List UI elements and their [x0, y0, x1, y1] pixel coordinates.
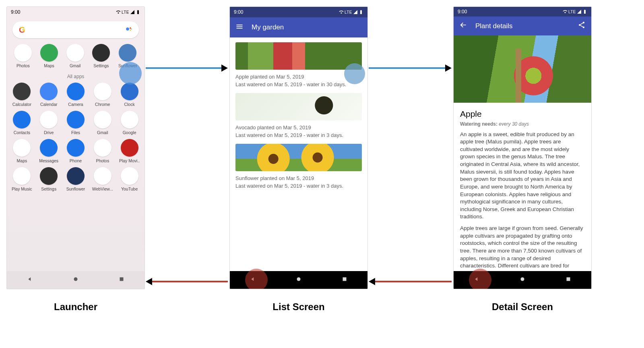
app-label: Calendar — [40, 102, 58, 107]
hamburger-icon[interactable] — [235, 23, 244, 33]
nav-recents-button[interactable] — [565, 276, 572, 284]
nav-recents-button[interactable] — [341, 276, 348, 284]
app-contacts[interactable]: Contacts — [9, 111, 35, 135]
app-bar-title: My garden — [252, 23, 284, 31]
plant-card[interactable]: Sunflower planted on Mar 5, 2019 Last wa… — [235, 144, 362, 189]
plant-image — [235, 93, 362, 120]
svg-point-1 — [130, 27, 131, 29]
app-icon — [121, 83, 138, 100]
plant-card[interactable]: Apple planted on Mar 5, 2019 Last watere… — [235, 42, 362, 87]
app-gmail[interactable]: Gmail — [90, 111, 115, 135]
caption-detail: Detail Screen — [453, 301, 592, 313]
signal-icon — [353, 10, 358, 14]
assistant-icon[interactable] — [125, 25, 132, 34]
favorite-app-maps[interactable]: Maps — [40, 44, 58, 68]
app-bar: My garden — [230, 17, 367, 37]
signal-icon — [577, 9, 582, 14]
description-para-1: An apple is a sweet, edible fruit produc… — [460, 131, 585, 221]
app-youtube[interactable]: YouTube — [117, 167, 142, 191]
plant-planted-text: Avocado planted on Mar 5, 2019 — [235, 124, 362, 130]
app-photos[interactable]: Photos — [90, 139, 115, 163]
status-time: 9:00 — [234, 9, 243, 15]
app-icon — [94, 167, 111, 185]
app-icon — [13, 167, 31, 185]
app-label: Phone — [70, 158, 82, 163]
status-time: 9:00 — [11, 9, 20, 15]
search-bar[interactable]: G — [12, 21, 139, 38]
app-label: Photos — [17, 63, 30, 68]
app-icon — [66, 44, 84, 62]
app-calculator[interactable]: Calculator — [9, 83, 35, 107]
plant-planted-text: Apple planted on Mar 5, 2019 — [235, 74, 362, 80]
app-label: Files — [71, 130, 80, 135]
app-label: Camera — [68, 102, 83, 107]
app-label: Play Movi.. — [119, 158, 140, 163]
status-bar: 9:00 LTE — [7, 7, 144, 17]
plant-planted-text: Sunflower planted on Mar 5, 2019 — [235, 175, 362, 181]
phone-detail-screen: 9:00 LTE Plant details Apple Watering ne… — [453, 6, 592, 289]
arrow-detail-back-list — [369, 280, 452, 284]
favorite-app-settings[interactable]: Settings — [92, 44, 110, 68]
app-google[interactable]: Google — [117, 111, 142, 135]
app-camera[interactable]: Camera — [63, 83, 89, 107]
app-maps[interactable]: Maps — [9, 139, 35, 163]
wifi-icon — [116, 10, 121, 14]
nav-home-button[interactable] — [295, 276, 302, 284]
svg-point-2 — [130, 30, 131, 31]
back-arrow-icon[interactable] — [459, 21, 467, 31]
battery-icon — [359, 10, 363, 14]
detail-body[interactable]: Apple Watering needs: every 30 days An a… — [454, 103, 591, 289]
app-play-music[interactable]: Play Music — [9, 167, 35, 191]
nav-home-button[interactable] — [72, 276, 79, 284]
app-sunflower[interactable]: Sunflower — [63, 167, 89, 191]
wifi-icon — [339, 10, 344, 14]
favorite-app-photos[interactable]: Photos — [14, 44, 32, 68]
app-label: Gmail — [70, 63, 80, 68]
app-icon — [67, 111, 85, 128]
svg-rect-7 — [343, 278, 347, 281]
app-icon — [92, 44, 110, 62]
app-chrome[interactable]: Chrome — [90, 83, 115, 107]
app-files[interactable]: Files — [63, 111, 89, 135]
app-calendar[interactable]: Calendar — [36, 83, 62, 107]
app-icon — [13, 83, 31, 100]
app-label: Sunflower — [66, 186, 85, 191]
hero-image — [454, 35, 591, 102]
nav-bar — [230, 271, 367, 289]
share-icon[interactable] — [578, 21, 586, 31]
app-phone[interactable]: Phone — [63, 139, 89, 163]
app-drive[interactable]: Drive — [36, 111, 62, 135]
app-icon — [121, 111, 138, 128]
app-label: Google — [123, 130, 136, 135]
app-messages[interactable]: Messages — [36, 139, 62, 163]
plant-name: Apple — [460, 109, 585, 119]
nav-home-button[interactable] — [519, 276, 526, 284]
battery-icon — [136, 10, 140, 14]
arrow-list-back-launcher — [146, 280, 228, 284]
wifi-icon — [563, 9, 568, 14]
app-play-movi-[interactable]: Play Movi.. — [117, 139, 142, 163]
app-clock[interactable]: Clock — [117, 83, 142, 107]
plant-image — [235, 42, 362, 70]
app-settings[interactable]: Settings — [36, 167, 62, 191]
app-grid: Calculator Calendar Camera Chrome Clock … — [9, 83, 142, 191]
app-webview-[interactable]: WebView... — [90, 167, 115, 191]
favorite-app-gmail[interactable]: Gmail — [66, 44, 84, 68]
app-icon — [119, 44, 136, 62]
svg-point-6 — [297, 278, 301, 281]
app-label: Settings — [93, 63, 109, 68]
app-icon — [40, 83, 58, 100]
app-label: YouTube — [121, 186, 138, 191]
nav-recents-button[interactable] — [118, 276, 125, 284]
app-icon — [40, 44, 58, 62]
plant-watered-text: Last watered on Mar 5, 2019 - water in 3… — [235, 81, 362, 87]
nav-back-button[interactable] — [26, 276, 33, 284]
plant-watered-text: Last watered on Mar 5, 2019 - water in 3… — [235, 132, 362, 138]
app-label: Chrome — [95, 102, 110, 107]
app-icon — [67, 83, 85, 100]
tap-ripple — [119, 62, 142, 85]
tap-ripple — [344, 63, 365, 84]
plant-card[interactable]: Avocado planted on Mar 5, 2019 Last wate… — [235, 93, 362, 138]
svg-point-3 — [131, 29, 132, 29]
app-label: Maps — [17, 158, 27, 163]
